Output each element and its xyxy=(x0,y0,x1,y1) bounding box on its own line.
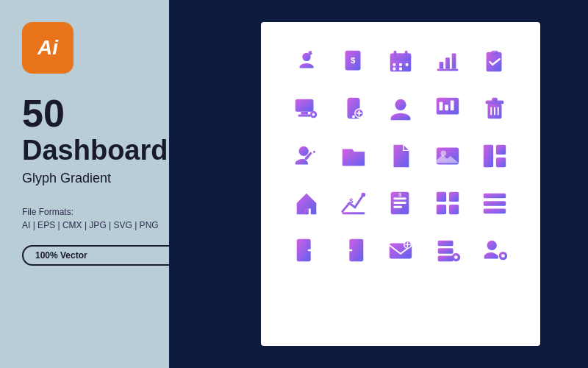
svg-rect-35 xyxy=(451,101,454,110)
svg-rect-59 xyxy=(437,205,446,214)
svg-rect-57 xyxy=(437,192,446,202)
product-subtitle: Glyph Gradient xyxy=(22,171,191,186)
svg-rect-19 xyxy=(295,99,314,112)
icon-row-1: $ xyxy=(276,40,526,84)
icon-login xyxy=(284,228,329,272)
icon-bar-chart xyxy=(426,40,470,84)
svg-rect-5 xyxy=(390,54,412,61)
svg-rect-54 xyxy=(394,202,406,204)
svg-rect-16 xyxy=(452,54,456,69)
icon-list-document: $ xyxy=(379,181,423,225)
svg-point-44 xyxy=(441,150,447,156)
svg-point-25 xyxy=(352,116,355,118)
svg-rect-47 xyxy=(496,158,506,167)
ai-label: Ai xyxy=(37,36,58,60)
svg-point-42 xyxy=(299,146,309,156)
svg-rect-34 xyxy=(445,105,448,110)
svg-rect-17 xyxy=(487,52,502,72)
svg-rect-71 xyxy=(438,248,453,254)
svg-rect-6 xyxy=(394,51,397,57)
count-display: 50 xyxy=(22,94,191,132)
svg-rect-61 xyxy=(484,194,506,199)
icon-document xyxy=(379,134,423,178)
svg-rect-70 xyxy=(438,241,453,247)
icon-user-edit xyxy=(284,134,329,178)
icon-four-grid xyxy=(426,181,470,225)
svg-rect-15 xyxy=(445,57,450,68)
svg-rect-33 xyxy=(440,102,443,110)
svg-point-23 xyxy=(312,113,315,116)
svg-rect-62 xyxy=(484,201,506,206)
svg-text:$: $ xyxy=(351,56,356,65)
icon-folder-open xyxy=(331,134,376,178)
svg-point-1 xyxy=(309,52,312,55)
svg-rect-8 xyxy=(393,63,396,66)
icon-logout xyxy=(331,228,376,272)
icon-presentation xyxy=(426,87,470,131)
svg-rect-55 xyxy=(394,206,402,208)
icon-invoice: $ xyxy=(331,40,376,84)
icon-calendar xyxy=(379,40,423,84)
icon-user-settings xyxy=(284,40,329,84)
ai-badge: Ai xyxy=(22,22,74,74)
icon-image-gallery xyxy=(426,134,470,178)
product-title: Dashboard xyxy=(22,135,191,166)
icon-growth-chart: $ xyxy=(331,181,376,225)
svg-point-49 xyxy=(361,193,365,197)
icon-monitor-settings xyxy=(284,87,329,131)
svg-point-77 xyxy=(501,254,505,258)
svg-rect-46 xyxy=(496,145,506,155)
icon-mobile-add xyxy=(331,87,376,131)
svg-rect-50 xyxy=(343,212,365,214)
svg-rect-58 xyxy=(449,192,459,202)
icon-clipboard-check xyxy=(473,40,517,84)
svg-rect-11 xyxy=(393,68,396,71)
svg-rect-45 xyxy=(484,145,493,167)
svg-rect-60 xyxy=(449,205,459,214)
vector-badge: 100% Vector xyxy=(22,245,191,266)
svg-rect-7 xyxy=(405,51,408,57)
icon-layout-grid xyxy=(473,134,517,178)
svg-rect-63 xyxy=(484,209,506,214)
icon-list-bars xyxy=(473,181,517,225)
svg-point-73 xyxy=(454,255,458,259)
icons-card: $ xyxy=(261,22,540,346)
svg-point-75 xyxy=(487,241,497,250)
icon-trash xyxy=(473,87,517,131)
icon-row-4: $ $ xyxy=(276,181,526,225)
left-panel: Ai 50 Dashboard Glyph Gradient File Form… xyxy=(0,0,213,368)
icon-row-3 xyxy=(276,134,526,178)
icon-row-5 xyxy=(276,228,526,272)
icon-user-profile xyxy=(379,87,423,131)
svg-rect-14 xyxy=(440,62,444,69)
formats-label: File Formats: xyxy=(22,207,191,217)
svg-rect-21 xyxy=(298,115,311,117)
svg-rect-20 xyxy=(301,112,308,115)
svg-rect-9 xyxy=(399,63,402,66)
svg-point-29 xyxy=(395,99,406,110)
svg-rect-38 xyxy=(492,98,498,102)
dark-corner xyxy=(169,0,213,368)
svg-text:$: $ xyxy=(349,197,354,205)
svg-rect-18 xyxy=(491,51,498,55)
icon-home xyxy=(284,181,329,225)
icon-server-settings xyxy=(426,228,470,272)
icon-user-account-settings xyxy=(473,228,517,272)
svg-rect-13 xyxy=(437,69,459,71)
svg-rect-48 xyxy=(304,209,309,215)
icon-email xyxy=(379,228,423,272)
formats-list: AI | EPS | CMX | JPG | SVG | PNG xyxy=(22,220,191,230)
svg-rect-10 xyxy=(406,63,409,66)
svg-rect-12 xyxy=(399,68,402,71)
svg-rect-74 xyxy=(438,256,453,262)
icon-row-2 xyxy=(276,87,526,131)
right-panel: $ xyxy=(213,0,588,368)
